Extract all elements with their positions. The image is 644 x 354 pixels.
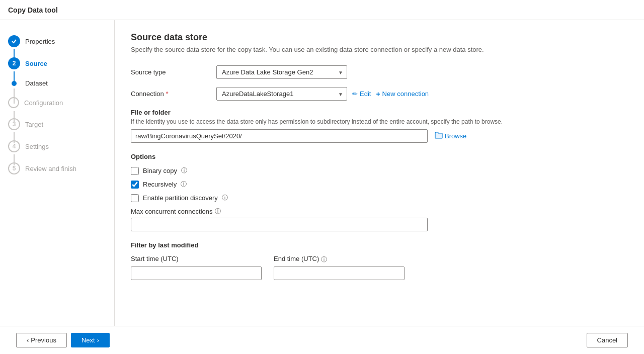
plus-icon: + [376, 90, 380, 98]
start-time-group: Start time (UTC) [131, 255, 262, 280]
connection-controls: AzureDataLakeStorage1 ▼ ✏ Edit + New con… [216, 87, 429, 101]
new-connection-button[interactable]: + New connection [376, 90, 429, 98]
footer: ‹ Previous Next › Cancel [0, 326, 644, 354]
sidebar: Properties 2 Source Dataset Configuratio… [0, 20, 115, 354]
section-desc: Specify the source data store for the co… [131, 46, 628, 53]
step-label-configuration: Configuration [24, 99, 63, 107]
file-folder-desc: If the identity you use to access the da… [131, 118, 628, 125]
file-folder-title: File or folder [131, 109, 628, 116]
binary-copy-checkbox[interactable] [131, 167, 139, 175]
partition-info-icon: ⓘ [222, 194, 228, 202]
step-circle-configuration [8, 97, 19, 108]
edit-icon: ✏ [352, 90, 358, 98]
sidebar-step-properties[interactable]: Properties [0, 30, 114, 52]
recursively-label: Recursively [143, 181, 177, 188]
step-label-source: Source [25, 60, 47, 67]
previous-button[interactable]: ‹ Previous [16, 333, 67, 347]
time-row: Start time (UTC) End time (UTC) ⓘ [131, 255, 628, 280]
file-folder-section: File or folder If the identity you use t… [131, 109, 628, 143]
partition-discovery-label: Enable partition discovery [143, 194, 218, 202]
recursively-checkbox[interactable] [131, 181, 139, 189]
binary-copy-label: Binary copy [143, 167, 177, 174]
end-time-label: End time (UTC) [274, 255, 319, 262]
sidebar-step-review[interactable]: 5 Review and finish [0, 157, 114, 180]
start-time-label: Start time (UTC) [131, 255, 262, 262]
folder-icon [435, 132, 443, 140]
step-label-dataset: Dataset [25, 79, 48, 87]
source-type-row: Source type Azure Data Lake Storage Gen2… [131, 65, 628, 79]
step-label-settings: Settings [25, 143, 49, 150]
step-circle-1 [8, 35, 20, 47]
filter-title: Filter by last modified [131, 241, 628, 249]
main-content: Source data store Specify the source dat… [115, 20, 644, 354]
step-label-review: Review and finish [25, 165, 76, 172]
source-type-label: Source type [131, 68, 216, 76]
step-label-target: Target [25, 121, 43, 128]
cancel-button[interactable]: Cancel [587, 333, 628, 347]
previous-chevron-icon: ‹ [27, 336, 29, 344]
browse-button[interactable]: Browse [433, 132, 468, 140]
binary-copy-info-icon: ⓘ [181, 166, 187, 175]
section-title: Source data store [131, 32, 628, 43]
file-folder-input[interactable] [131, 129, 428, 143]
sidebar-step-target[interactable]: 3 Target [0, 113, 114, 135]
step-label-properties: Properties [25, 38, 55, 45]
max-connections-label: Max concurrent connections ⓘ [131, 207, 628, 216]
sidebar-step-configuration[interactable]: Configuration [0, 92, 114, 113]
connection-select[interactable]: AzureDataLakeStorage1 [216, 87, 347, 101]
max-connections-input[interactable] [131, 218, 428, 231]
sidebar-step-dataset[interactable]: Dataset [0, 74, 114, 92]
recursively-row: Recursively ⓘ [131, 180, 628, 189]
app-header: Copy Data tool [0, 0, 644, 20]
partition-discovery-row: Enable partition discovery ⓘ [131, 194, 628, 202]
next-button[interactable]: Next › [71, 333, 110, 347]
connection-row: Connection * AzureDataLakeStorage1 ▼ ✏ E… [131, 87, 628, 101]
connection-label: Connection * [131, 90, 216, 98]
next-chevron-icon: › [97, 336, 99, 344]
binary-copy-row: Binary copy ⓘ [131, 166, 628, 175]
sidebar-step-source[interactable]: 2 Source [0, 52, 114, 74]
end-time-input[interactable] [274, 267, 405, 280]
end-time-info-icon: ⓘ [321, 255, 327, 264]
options-title: Options [131, 153, 628, 160]
file-folder-input-row: Browse [131, 129, 628, 143]
required-star: * [166, 90, 168, 98]
source-type-select-wrapper: Azure Data Lake Storage Gen2 ▼ [216, 65, 347, 79]
footer-left: ‹ Previous Next › [16, 333, 110, 347]
end-time-group: End time (UTC) ⓘ [274, 255, 405, 280]
source-type-select[interactable]: Azure Data Lake Storage Gen2 [216, 65, 347, 79]
start-time-input[interactable] [131, 267, 262, 280]
recursively-info-icon: ⓘ [181, 180, 187, 189]
sidebar-step-settings[interactable]: 4 Settings [0, 135, 114, 157]
edit-button[interactable]: ✏ Edit [352, 90, 371, 98]
max-connections-group: Max concurrent connections ⓘ [131, 207, 628, 231]
app-title: Copy Data tool [8, 6, 58, 14]
partition-discovery-checkbox[interactable] [131, 194, 139, 202]
connection-select-wrapper: AzureDataLakeStorage1 ▼ [216, 87, 347, 101]
max-connections-info-icon: ⓘ [215, 207, 221, 216]
